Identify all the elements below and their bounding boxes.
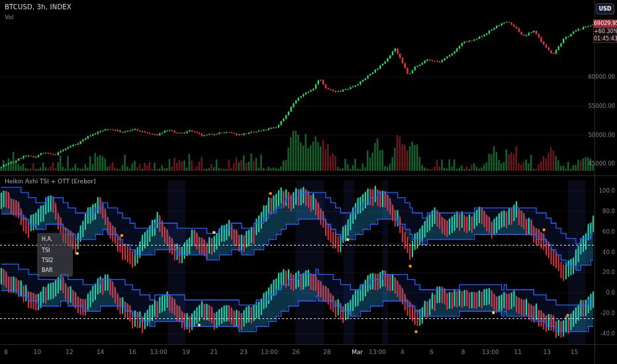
volume-indicator-label[interactable]: Vol	[5, 14, 13, 21]
time-tick-label[interactable]: 28	[323, 349, 330, 355]
time-tick-label[interactable]: 15	[571, 349, 578, 355]
time-tick-label[interactable]: 8	[4, 349, 8, 355]
indicator-tick-label: -20.0	[600, 310, 615, 316]
last-price-value: 69029.95	[594, 20, 616, 28]
legend-row[interactable]: TSI	[37, 246, 73, 255]
time-tick-label[interactable]: 26	[292, 349, 299, 355]
price-tick-label: 60000.00	[588, 73, 615, 80]
time-tick-label[interactable]: 19	[182, 349, 189, 355]
time-tick-label[interactable]: 13	[543, 349, 550, 355]
legend-row[interactable]: TSI2	[37, 255, 73, 265]
price-tick-label: 55000.00	[588, 103, 615, 109]
time-tick-label[interactable]: 12	[66, 349, 73, 355]
legend-row[interactable]: H.A.	[37, 234, 73, 246]
time-tick-label[interactable]: 13:00	[482, 349, 499, 355]
currency-usd-button[interactable]: USD	[596, 3, 614, 15]
time-tick-label[interactable]: 11	[514, 349, 521, 355]
time-tick-label[interactable]: 16	[129, 349, 136, 355]
time-tick-label[interactable]: 6	[430, 349, 434, 355]
price-tick-label: 45000.00	[588, 160, 615, 167]
last-price-badge: 69029.95 +60.30% 01:45:43	[593, 19, 617, 43]
time-tick-label[interactable]: 10	[34, 349, 41, 355]
indicator-legend: H.A.TSITSI2BAR	[37, 233, 73, 277]
legend-row[interactable]: BAR	[37, 265, 73, 275]
indicator-tick-label: 40.0	[602, 249, 615, 255]
indicator-tick-label: 60.0	[602, 228, 615, 235]
indicator-tick-label: 0.0	[606, 289, 615, 296]
time-tick-label[interactable]: 13:00	[261, 349, 278, 355]
time-tick-label[interactable]: 8	[461, 349, 465, 355]
price-axis[interactable]: 60000.0055000.0050000.0045000.00100.080.…	[594, 0, 617, 364]
bar-countdown: 01:45:43	[594, 35, 616, 42]
time-tick-label[interactable]: 13:00	[150, 349, 167, 355]
indicator-tick-label: 80.0	[602, 208, 615, 214]
indicator-title[interactable]: Heikin Ashi TSI + OTT [Erebor]	[5, 178, 96, 185]
indicator-tick-label: -40.0	[600, 330, 615, 337]
time-tick-label[interactable]: 23	[240, 349, 247, 355]
indicator-tick-label: 20.0	[602, 269, 615, 275]
time-tick-label[interactable]: 14	[97, 349, 104, 355]
time-tick-label[interactable]: 21	[211, 349, 218, 355]
time-tick-label[interactable]: 13:00	[369, 349, 386, 355]
time-tick-label[interactable]: 4	[401, 349, 404, 355]
time-axis[interactable]: 81012141613:0019212313:002628Mar13:00468…	[0, 347, 594, 361]
price-tick-label: 50000.00	[588, 132, 615, 138]
symbol-title[interactable]: BTCUSD, 3h, INDEX	[5, 3, 71, 11]
price-change-percent: +60.30%	[594, 28, 616, 35]
tradingview-chart-window: BTCUSD, 3h, INDEX Vol USD 69029.95 +60.3…	[0, 0, 617, 364]
indicator-tick-label: 100.0	[599, 187, 615, 194]
time-tick-label[interactable]: Mar	[352, 349, 363, 355]
